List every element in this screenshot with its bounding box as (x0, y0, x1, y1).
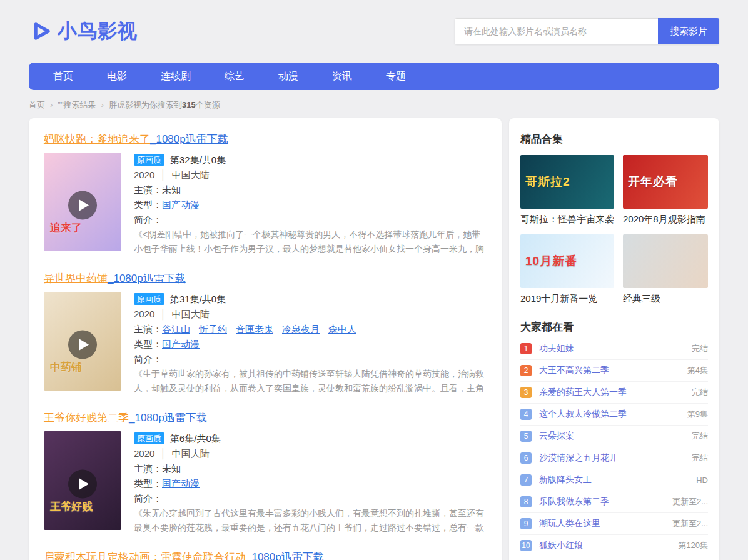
result-thumbnail[interactable]: 中药铺 (44, 292, 121, 391)
result-title-text: 妈咪快跑：爹地追来了 (44, 133, 150, 145)
rank-title-link[interactable]: 云朵探案 (539, 431, 687, 442)
genre-label: 类型： (134, 199, 162, 210)
site-logo[interactable]: 小鸟影视 (29, 18, 138, 44)
rank-title-link[interactable]: 潮玩人类在这里 (539, 518, 667, 529)
genre-link[interactable]: 国产动漫 (162, 478, 200, 489)
star-link[interactable]: 森中人 (328, 324, 356, 334)
nav-item[interactable]: 专题 (369, 62, 423, 90)
rank-list-item[interactable]: 10 狐妖小红娘 第120集 (520, 535, 708, 556)
rank-title-link[interactable]: 功夫姐妹 (539, 343, 687, 354)
result-title-link[interactable]: 王爷你好贱第二季_1080p迅雷下载 (44, 411, 207, 425)
collection-item[interactable]: 哥斯拉2 哥斯拉：怪兽宇宙来袭 (520, 155, 614, 226)
rank-list-item[interactable]: 3 亲爱的药王大人第一季 完结 (520, 382, 708, 404)
result-title-link[interactable]: 妈咪快跑：爹地追来了_1080p迅雷下载 (44, 132, 228, 146)
rank-title-link[interactable]: 这个大叔太冷傲第二季 (539, 409, 682, 420)
play-icon[interactable] (68, 470, 97, 499)
play-icon[interactable] (68, 331, 97, 359)
release-year: 2020 (134, 309, 154, 319)
rank-status: 第4集 (687, 365, 708, 376)
region: 中国大陆 (172, 309, 210, 319)
result-thumbnail[interactable]: 王爷好贱 (44, 431, 121, 530)
star-link[interactable]: 忻子约 (199, 324, 227, 334)
sidebar: 精品合集 哥斯拉2 哥斯拉：怪兽宇宙来袭 开年必看 2020年8月观影指南 10… (509, 118, 719, 560)
genre-link[interactable]: 国产动漫 (162, 339, 200, 349)
nav-item[interactable]: 首页 (36, 62, 90, 90)
search-result-item: 王爷你好贱第二季_1080p迅雷下载 王爷好贱 原画质第6集/共0集 2020│… (44, 401, 487, 540)
nav-item[interactable]: 电影 (90, 62, 144, 90)
rank-list-item[interactable]: 9 潮玩人类在这里 更新至2... (520, 513, 708, 535)
result-thumbnail[interactable]: 追来了 (44, 152, 121, 251)
thumbnail-overlay-text: 王爷好贱 (50, 499, 93, 514)
star-link[interactable]: 冷泉夜月 (282, 324, 320, 334)
rank-number-badge: 2 (520, 365, 532, 376)
summary-count: 315 (182, 100, 196, 109)
rank-number-badge: 8 (520, 496, 532, 508)
rank-list-item[interactable]: 2 大王不高兴第二季 第4集 (520, 360, 708, 382)
rank-number-badge: 3 (520, 387, 532, 398)
rank-status: HD (696, 476, 708, 485)
genre-label: 类型： (134, 478, 162, 489)
separator: │ (160, 309, 166, 319)
breadcrumb-item[interactable]: 首页 (29, 100, 45, 109)
collection-poster[interactable]: 哥斯拉2 (520, 155, 614, 209)
result-title-suffix: _1080p迅雷下载 (129, 412, 207, 424)
collection-item[interactable]: 经典三级 (623, 234, 708, 305)
rank-title-link[interactable]: 亲爱的药王大人第一季 (539, 387, 687, 398)
collection-poster[interactable] (623, 234, 708, 288)
intro-label: 简介： (134, 214, 162, 225)
result-title-link[interactable]: 异世界中药铺_1080p迅雷下载 (44, 271, 186, 286)
search-result-item: 启蒙积木玩具定格动画：雷霆使命联合行动_1080p迅雷下载 原画质第5集/共0集 (44, 540, 487, 560)
result-meta: 原画质第31集/共0集 2020│中国大陆 主演：谷江山忻子约音匣老鬼冷泉夜月森… (134, 292, 487, 396)
episode-count: 第32集/共0集 (170, 154, 226, 165)
summary-suffix: 个资源 (196, 100, 220, 109)
nav-item[interactable]: 综艺 (208, 62, 261, 90)
search-button[interactable]: 搜索影片 (658, 18, 719, 44)
rank-list-item[interactable]: 7 新版降头女王 HD (520, 469, 708, 491)
result-title-link[interactable]: 启蒙积木玩具定格动画：雷霆使命联合行动_1080p迅雷下载 (44, 550, 324, 560)
rank-list-item[interactable]: 4 这个大叔太冷傲第二季 第9集 (520, 404, 708, 426)
result-description: 《<阴差阳错中，她被推向了一个极其神秘尊贵的男人，不得不选择带球落跑几年后，她带… (134, 228, 487, 256)
rank-title-link[interactable]: 乐队我做东第二季 (539, 496, 667, 508)
collection-poster[interactable]: 10月新番 (520, 234, 614, 288)
breadcrumb-item: ""搜索结果 (58, 100, 96, 109)
rank-list-item[interactable]: 1 功夫姐妹 完结 (520, 338, 708, 360)
quality-badge: 原画质 (134, 293, 164, 305)
rank-status: 更新至2... (672, 496, 708, 508)
intro-label: 简介： (134, 493, 162, 504)
rank-number-badge: 1 (520, 343, 532, 354)
rank-status: 第9集 (687, 409, 708, 420)
search-result-item: 妈咪快跑：爹地追来了_1080p迅雷下载 追来了 原画质第32集/共0集 202… (44, 122, 487, 261)
play-icon[interactable] (68, 191, 97, 220)
collection-item[interactable]: 10月新番 2019十月新番一览 (520, 234, 614, 305)
nav-item[interactable]: 连续剧 (144, 62, 208, 90)
result-title-suffix: _1080p迅雷下载 (108, 272, 186, 284)
quality-badge: 原画质 (134, 154, 164, 166)
star-link[interactable]: 谷江山 (162, 324, 190, 334)
rank-status: 第120集 (678, 540, 708, 551)
nav-item[interactable]: 动漫 (261, 62, 315, 90)
genre-link[interactable]: 国产动漫 (162, 199, 200, 210)
star-link[interactable]: 音匣老鬼 (236, 324, 273, 334)
collection-poster[interactable]: 开年必看 (623, 155, 708, 209)
rank-title-link[interactable]: 沙漠情深之五月花开 (539, 452, 687, 464)
result-title-text: 异世界中药铺 (44, 272, 108, 284)
search-result-item: 异世界中药铺_1080p迅雷下载 中药铺 原画质第31集/共0集 2020│中国… (44, 261, 487, 401)
starring-label: 主演： (134, 184, 162, 195)
release-year: 2020 (134, 448, 154, 459)
rank-list-item[interactable]: 5 云朵探案 完结 (520, 426, 708, 448)
nav-item[interactable]: 资讯 (315, 62, 369, 90)
result-meta: 原画质第32集/共0集 2020│中国大陆 主演：未知 类型：国产动漫 简介： … (134, 152, 487, 256)
star-list: 谷江山忻子约音匣老鬼冷泉夜月森中人 (162, 324, 365, 334)
rank-list-item[interactable]: 8 乐队我做东第二季 更新至2... (520, 491, 708, 513)
collection-caption: 2020年8月观影指南 (623, 214, 708, 226)
rank-title-link[interactable]: 狐妖小红娘 (539, 540, 673, 551)
poster-overlay-text: 10月新番 (525, 253, 577, 269)
search-input[interactable] (455, 18, 658, 44)
rank-status: 完结 (692, 431, 708, 442)
collection-item[interactable]: 开年必看 2020年8月观影指南 (623, 155, 708, 226)
episode-count: 第31集/共0集 (170, 294, 226, 304)
rank-title-link[interactable]: 新版降头女王 (539, 474, 691, 486)
rank-list-item[interactable]: 6 沙漠情深之五月花开 完结 (520, 448, 708, 469)
main-nav: 首页电影连续剧综艺动漫资讯专题 (29, 62, 719, 90)
rank-title-link[interactable]: 大王不高兴第二季 (539, 365, 682, 376)
